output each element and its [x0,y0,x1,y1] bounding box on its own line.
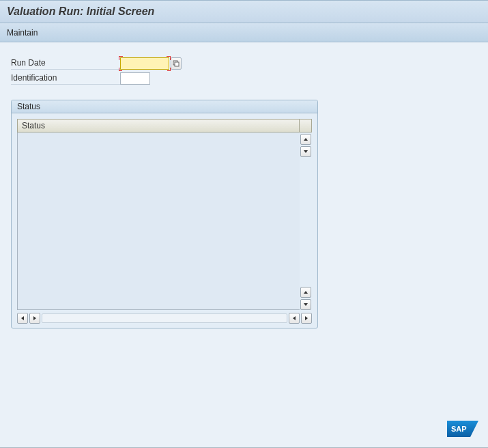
status-group-title: Status [12,100,317,113]
run-date-label: Run Date [11,58,120,70]
chevron-left-icon [20,316,25,321]
run-date-row: Run Date [11,57,477,70]
status-table: Status [17,119,312,324]
scroll-right-button[interactable] [289,313,300,324]
run-date-required-marker [120,57,169,70]
title-bar: Valuation Run: Initial Screen [0,0,488,23]
value-help-icon [173,60,180,67]
hscroll-track[interactable] [42,313,287,323]
status-table-body [17,132,312,310]
scroll-up-button[interactable] [300,134,311,145]
svg-marker-3 [304,150,308,153]
run-date-input[interactable] [120,57,169,70]
sap-logo-icon: SAP [447,421,478,437]
svg-marker-7 [33,316,36,320]
identification-row: Identification [11,72,477,85]
scroll-left-button[interactable] [29,313,40,324]
chevron-right-icon [304,316,309,321]
status-groupbox: Status Status [11,100,318,328]
identification-label: Identification [11,73,120,85]
horizontal-scrollbar [17,313,312,324]
svg-rect-1 [175,62,179,66]
status-table-header: Status [17,119,312,132]
svg-marker-8 [293,316,296,320]
sap-logo: SAP [447,421,478,439]
svg-marker-9 [305,316,308,320]
chevron-up-icon [303,290,308,295]
run-date-value-help-button[interactable] [171,57,182,70]
svg-marker-6 [21,316,24,320]
identification-input[interactable] [120,72,150,85]
chevron-down-icon [303,302,308,307]
chevron-up-icon [303,137,308,142]
chevron-down-icon [303,149,308,154]
scroll-first-button[interactable] [17,313,28,324]
page-title: Valuation Run: Initial Screen [7,5,154,18]
content-area: Run Date Identification Status [0,42,488,448]
window: Valuation Run: Initial Screen Maintain R… [0,0,488,448]
status-table-rows[interactable] [17,132,300,310]
application-toolbar: Maintain [0,23,488,42]
table-config-button[interactable] [300,119,312,132]
svg-marker-4 [304,291,308,294]
maintain-button[interactable]: Maintain [7,28,38,38]
scroll-down-button-2[interactable] [300,299,311,310]
status-group-body: Status [12,113,317,328]
svg-text:SAP: SAP [451,425,467,433]
status-column-header[interactable]: Status [17,119,300,132]
chevron-left-icon [291,316,297,321]
scroll-up-button-2[interactable] [300,287,311,298]
scroll-down-button[interactable] [300,146,311,157]
chevron-right-icon [32,316,38,321]
svg-marker-5 [304,303,308,306]
scroll-last-button[interactable] [301,313,312,324]
svg-marker-2 [304,138,308,141]
vertical-scrollbar [300,132,312,310]
